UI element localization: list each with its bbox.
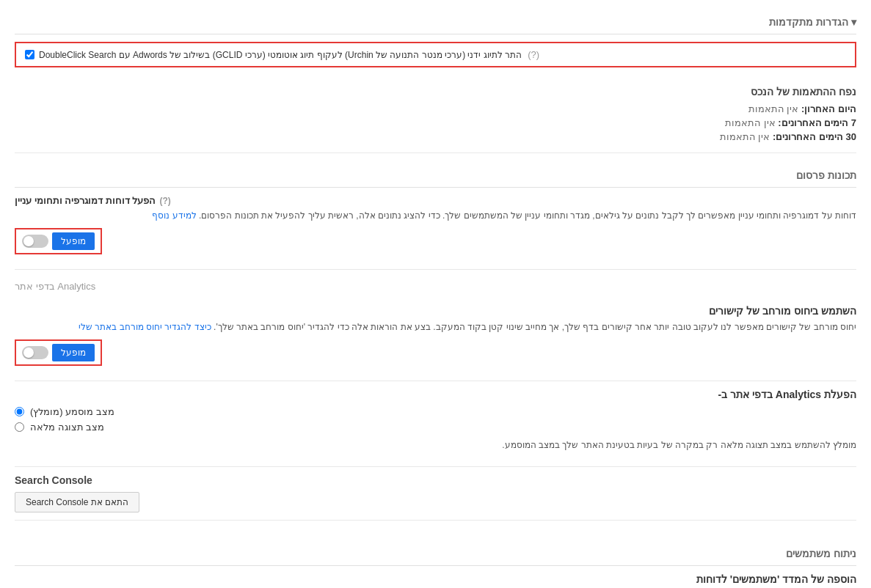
income-title: נפח ההתאמות של הנכס <box>15 86 856 98</box>
links-toggle-track[interactable] <box>22 346 48 359</box>
links-tracking-title: השתמש ביחוס מורחב של קישורים <box>15 305 856 317</box>
radio-group: מצב מוסמע (מומלץ) מצב תצוגה מלאה <box>15 406 856 433</box>
radio-option1-label: מצב מוסמע (מומלץ) <box>30 406 114 417</box>
thirty-days-stat: 30 הימים האחרונים: אין התאמות <box>15 131 856 142</box>
advanced-settings-header[interactable]: ▾ הגדרות מתקדמות <box>15 7 856 34</box>
help-icon-2[interactable]: (?) <box>159 196 170 206</box>
users-feature-title: הוספה של המדד 'משתמשים' לדוחות <box>15 573 856 585</box>
ad-features-header: תכונות פרסום <box>15 161 856 188</box>
auto-tag-checkbox[interactable] <box>25 50 34 59</box>
demographics-toggle-btn[interactable]: מופעל <box>52 232 95 250</box>
analytics-activation-title: הפעלת Analytics בדפי אתר ב- <box>15 389 856 400</box>
demographics-toggle-box: מופעל <box>15 228 102 254</box>
links-toggle-knob <box>23 348 34 358</box>
demographics-subtitle: (?) הפעל דוחות דמוגרפיה ותחומי עניין <box>15 195 856 206</box>
analytics-label-text: Analytics בדפי אתר <box>15 281 95 292</box>
today-stat: היום האחרון: אין התאמות <box>15 103 856 114</box>
demographics-desc-text: דוחות על דמוגרפיה ותחומי עניין מאפשרים ל… <box>199 210 856 221</box>
links-tracking-desc: יחוס מורחב של קישורים מאפשר לנו לעקוב טו… <box>15 320 856 334</box>
demographics-toggle-track[interactable] <box>22 235 48 248</box>
search-console-section: Search Console התאם את Search Console <box>15 467 856 521</box>
analytics-badge: Analytics בדפי אתר <box>15 281 856 292</box>
radio-item-full: מצב תצוגה מלאה <box>15 422 856 433</box>
radio-option1[interactable] <box>15 407 24 416</box>
demographics-title: הפעל דוחות דמוגרפיה ותחומי עניין <box>15 195 156 206</box>
links-toggle-btn[interactable]: מופעל <box>52 344 95 361</box>
ad-features-section: תכונות פרסום (?) הפעל דוחות דמוגרפיה ותח… <box>15 153 856 270</box>
advanced-settings-title: הגדרות מתקדמות <box>769 16 848 28</box>
links-toggle-box: מופעל <box>15 339 102 366</box>
users-section-title: ניתוח משתמשים <box>786 548 856 559</box>
radio-item-recommended: מצב מוסמע (מומלץ) <box>15 406 856 417</box>
radio-option2-label: מצב תצוגה מלאה <box>30 422 104 433</box>
today-label: היום האחרון: <box>801 103 856 114</box>
auto-tag-checkbox-box: (?) התר לתיוג ידני (ערכי מנטר התנועה של … <box>15 42 856 67</box>
search-console-title: Search Console <box>15 474 856 486</box>
radio-option2[interactable] <box>15 422 24 432</box>
thirty-days-value: אין התאמות <box>720 131 770 142</box>
arrow-icon: ▾ <box>851 16 856 28</box>
analytics-activation-section: הפעלת Analytics בדפי אתר ב- מצב מוסמע (מ… <box>15 381 856 467</box>
seven-days-label: 7 הימים האחרונים: <box>778 117 856 128</box>
ad-features-title: תכונות פרסום <box>796 169 856 181</box>
demographics-toggle-area: מופעל <box>15 228 856 254</box>
seven-days-stat: 7 הימים האחרונים: אין התאמות <box>15 117 856 128</box>
toggle-knob <box>23 236 34 246</box>
links-toggle-area: מופעל <box>15 339 856 366</box>
radio-note: מומלץ להשתמש במצב תצוגה מלאה רק במקרה של… <box>15 438 856 452</box>
auto-tag-label[interactable]: התר לתיוג ידני (ערכי מנטר התנועה של Urch… <box>25 50 522 60</box>
today-value: אין התאמות <box>748 103 799 114</box>
demographics-description: דוחות על דמוגרפיה ותחומי עניין מאפשרים ל… <box>15 209 856 222</box>
seven-days-value: אין התאמות <box>725 117 776 128</box>
learn-more-link[interactable]: למידע נוסף <box>152 210 196 221</box>
help-icon[interactable]: (?) <box>528 49 539 60</box>
links-tracking-text: יחוס מורחב של קישורים מאפשר לנו לעקוב טו… <box>214 322 856 332</box>
thirty-days-label: 30 הימים האחרונים: <box>773 131 856 142</box>
search-console-button[interactable]: התאם את Search Console <box>15 492 139 512</box>
income-section: נפח ההתאמות של הנכס היום האחרון: אין התא… <box>15 78 856 153</box>
auto-tag-text: התר לתיוג ידני (ערכי מנטר התנועה של Urch… <box>39 50 522 60</box>
links-config-link[interactable]: כיצד להגדיר יחוס מורחב באתר שלי <box>79 322 211 332</box>
links-tracking-section: השתמש ביחוס מורחב של קישורים יחוס מורחב … <box>15 298 856 381</box>
page-container: ▾ הגדרות מתקדמות (?) התר לתיוג ידני (ערכ… <box>0 0 871 588</box>
users-section: ניתוח משתמשים הוספה של המדד 'משתמשים' לד… <box>15 532 856 588</box>
users-section-header: ניתוח משתמשים <box>15 539 856 566</box>
